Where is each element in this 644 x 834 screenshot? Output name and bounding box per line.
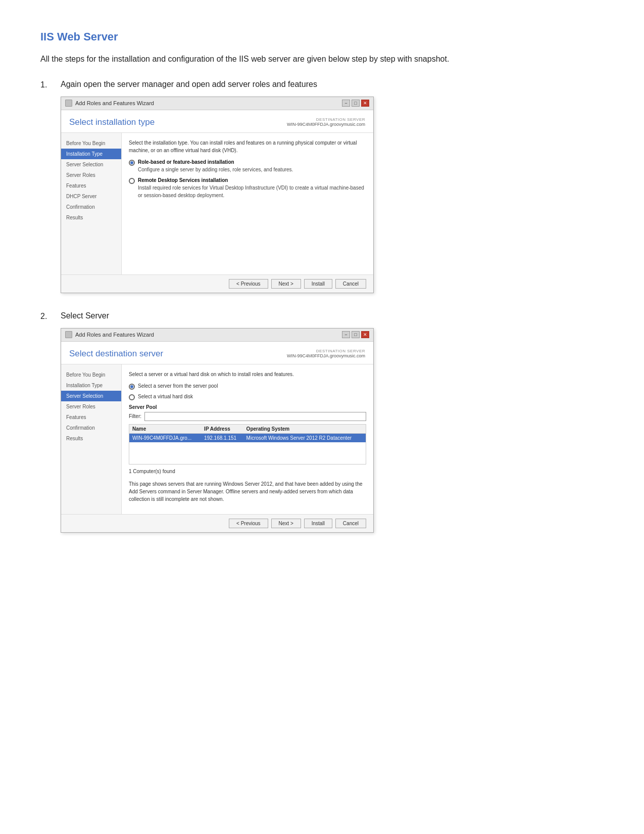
filter-row: Filter:	[129, 412, 366, 421]
wizard-2-body: Select destination server DESTINATION SE…	[61, 342, 373, 532]
radio-remote-desktop-label: Remote Desktop Services installation	[138, 177, 228, 183]
cancel-btn-1[interactable]: Cancel	[335, 279, 366, 289]
wizard-1-destination: DESTINATION SERVER WIN-99C4M0FFDJA.groov…	[287, 117, 365, 127]
minimize-btn-1[interactable]: −	[342, 100, 350, 107]
close-btn-2[interactable]: ✕	[361, 331, 369, 338]
server-pool-area: Name IP Address Operating System WIN-99C…	[129, 424, 366, 465]
radio-server-pool-label: Select a server from the server pool	[138, 383, 218, 389]
maximize-btn-1[interactable]: □	[352, 100, 360, 107]
sidebar-confirmation-2[interactable]: Confirmation	[61, 423, 121, 433]
wizard-2-destination: DESTINATION SERVER WIN-99C4M0FFDJA.groov…	[287, 349, 365, 358]
next-btn-2[interactable]: Next >	[271, 519, 301, 528]
step-2: 2. Select Server Add Roles and Features …	[40, 311, 604, 533]
col-name: Name	[129, 425, 201, 434]
sidebar-features-2[interactable]: Features	[61, 412, 121, 423]
wizard-1-header-area: Select installation type DESTINATION SER…	[61, 110, 373, 133]
radio-server-pool-circle[interactable]	[129, 384, 135, 390]
page-title: IIS Web Server	[40, 30, 604, 43]
sidebar-server-roles-2[interactable]: Server Roles	[61, 401, 121, 412]
filter-label: Filter:	[129, 413, 141, 419]
next-btn-1[interactable]: Next >	[271, 279, 301, 289]
previous-btn-1[interactable]: < Previous	[229, 279, 268, 289]
radio-role-based-circle[interactable]	[129, 160, 135, 166]
wizard-1-body: Select installation type DESTINATION SER…	[61, 110, 373, 293]
radio-server-pool-text: Select a server from the server pool	[138, 383, 218, 389]
wizard-1-dest-server: WIN-99C4M0FFDJA.groovymusic.com	[287, 122, 365, 127]
sidebar-results-1[interactable]: Results	[61, 212, 121, 223]
wizard-2-intro-text: Select a server or a virtual hard disk o…	[129, 370, 366, 378]
step-1-label: Again open the server manager and open a…	[61, 80, 317, 89]
radio-virtual-hd-circle[interactable]	[129, 394, 135, 400]
filter-input[interactable]	[144, 412, 366, 421]
sidebar-results-2[interactable]: Results	[61, 433, 121, 444]
server-ip: 192.168.1.151	[201, 433, 243, 442]
wizard-1-intro-text: Select the installation type. You can in…	[129, 139, 366, 154]
found-text: 1 Computer(s) found	[129, 468, 366, 475]
radio-remote-desktop-text: Remote Desktop Services installation Ins…	[138, 177, 366, 199]
radio-remote-desktop-circle[interactable]	[129, 178, 135, 184]
sidebar-before-you-begin-1[interactable]: Before You Begin	[61, 138, 121, 149]
server-name: WIN-99C4M0FFDJA.gro...	[129, 433, 201, 442]
table-row[interactable]: WIN-99C4M0FFDJA.gro... 192.168.1.151 Mic…	[129, 433, 366, 442]
sidebar-confirmation-1[interactable]: Confirmation	[61, 202, 121, 212]
sidebar-before-you-begin-2[interactable]: Before You Begin	[61, 369, 121, 380]
wizard-1-main: Before You Begin Installation Type Serve…	[61, 133, 373, 274]
sidebar-dhcp-server[interactable]: DHCP Server	[61, 191, 121, 202]
radio-role-based-text: Role-based or feature-based installation…	[138, 159, 293, 173]
wizard-window-2: Add Roles and Features Wizard − □ ✕ Sele…	[61, 328, 374, 533]
wizard-2-title: Add Roles and Features Wizard	[75, 332, 154, 338]
radio-remote-desktop-desc: Install required role services for Virtu…	[138, 184, 366, 199]
step-1: 1. Again open the server manager and ope…	[40, 80, 604, 293]
wizard-1-icon	[65, 100, 72, 107]
maximize-btn-2[interactable]: □	[352, 331, 360, 338]
server-table: Name IP Address Operating System WIN-99C…	[129, 425, 366, 442]
wizard-2-main: Before You Begin Installation Type Serve…	[61, 364, 373, 514]
step-2-label: Select Server	[61, 311, 109, 320]
install-btn-1[interactable]: Install	[304, 279, 332, 289]
radio-virtual-hd[interactable]: Select a virtual hard disk	[129, 394, 366, 400]
sidebar-server-selection-1[interactable]: Server Selection	[61, 159, 121, 170]
wizard-1-sidebar: Before You Begin Installation Type Serve…	[61, 133, 122, 274]
minimize-btn-2[interactable]: −	[342, 331, 350, 338]
radio-virtual-hd-label: Select a virtual hard disk	[138, 394, 193, 399]
radio-role-based[interactable]: Role-based or feature-based installation…	[129, 159, 366, 173]
wizard-1-title: Add Roles and Features Wizard	[75, 100, 154, 106]
sidebar-installation-type-2[interactable]: Installation Type	[61, 380, 121, 391]
sidebar-features-1[interactable]: Features	[61, 180, 121, 191]
wizard-1-content: Select the installation type. You can in…	[122, 133, 373, 274]
previous-btn-2[interactable]: < Previous	[229, 519, 268, 528]
wizard-2-content: Select a server or a virtual hard disk o…	[122, 364, 373, 514]
titlebar-buttons-2: − □ ✕	[342, 331, 369, 338]
wizard-1-dest-label: DESTINATION SERVER	[287, 117, 365, 122]
cancel-btn-2[interactable]: Cancel	[335, 519, 366, 528]
info-text: This page shows servers that are running…	[129, 480, 366, 503]
install-btn-2[interactable]: Install	[304, 519, 332, 528]
sidebar-server-selection-2[interactable]: Server Selection	[61, 391, 121, 401]
wizard-1-footer: < Previous Next > Install Cancel	[61, 274, 373, 293]
radio-role-based-label: Role-based or feature-based installation	[138, 159, 234, 165]
server-pool-section: Server Pool Filter: Name	[129, 404, 366, 503]
wizard-2-titlebar: Add Roles and Features Wizard − □ ✕	[61, 329, 373, 342]
step-2-number: 2.	[40, 311, 61, 321]
wizard-2-section-title: Select destination server	[69, 349, 163, 359]
server-os: Microsoft Windows Server 2012 R2 Datacen…	[243, 433, 366, 442]
sidebar-server-roles-1[interactable]: Server Roles	[61, 170, 121, 180]
wizard-2-dest-server: WIN-99C4M0FFDJA.groovymusic.com	[287, 353, 365, 358]
wizard-2-dest-label: DESTINATION SERVER	[287, 349, 365, 353]
radio-virtual-hd-text: Select a virtual hard disk	[138, 394, 193, 399]
col-ip: IP Address	[201, 425, 243, 434]
titlebar-buttons-1: − □ ✕	[342, 100, 369, 107]
wizard-2-footer: < Previous Next > Install Cancel	[61, 514, 373, 532]
col-os: Operating System	[243, 425, 366, 434]
radio-remote-desktop[interactable]: Remote Desktop Services installation Ins…	[129, 177, 366, 199]
wizard-1-titlebar: Add Roles and Features Wizard − □ ✕	[61, 97, 373, 110]
sidebar-installation-type[interactable]: Installation Type	[61, 149, 121, 159]
wizard-2-header-area: Select destination server DESTINATION SE…	[61, 342, 373, 364]
close-btn-1[interactable]: ✕	[361, 100, 369, 107]
wizard-2-sidebar: Before You Begin Installation Type Serve…	[61, 364, 122, 514]
intro-paragraph: All the steps for the installation and c…	[40, 53, 604, 66]
radio-role-based-desc: Configure a single server by adding role…	[138, 166, 293, 173]
wizard-window-1: Add Roles and Features Wizard − □ ✕ Sele…	[61, 97, 374, 293]
radio-server-pool[interactable]: Select a server from the server pool	[129, 383, 366, 390]
step-1-number: 1.	[40, 80, 61, 89]
